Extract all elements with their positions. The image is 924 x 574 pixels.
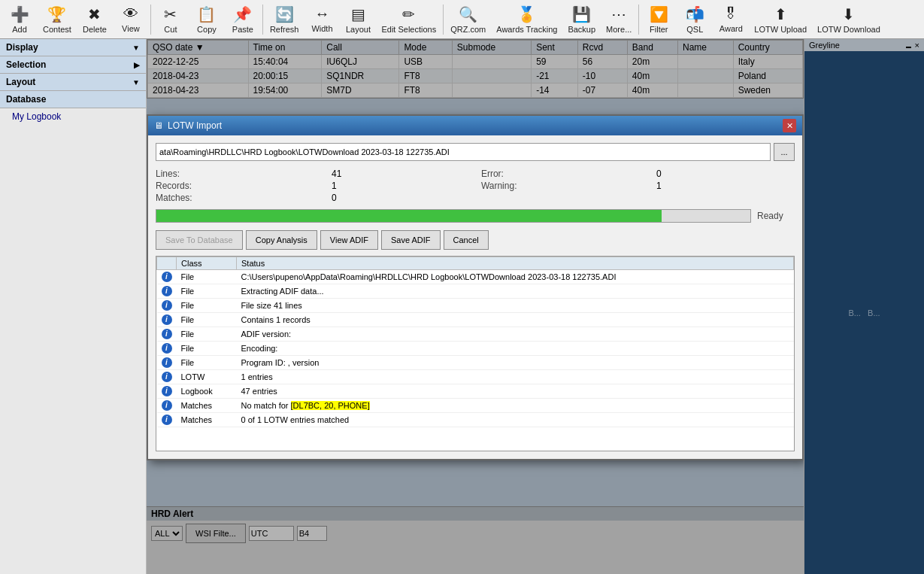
award-icon: 🎖: [723, 5, 738, 23]
more-button[interactable]: ⋯ More...: [601, 2, 637, 38]
qsl-label: QSL: [686, 25, 703, 34]
width-button[interactable]: ↔ Width: [304, 2, 340, 38]
sidebar-display-section[interactable]: Display ▼: [0, 39, 146, 56]
pin-icon[interactable]: 🗕 ×: [904, 41, 919, 50]
log-status-cell: Extracting ADIF data...: [237, 284, 794, 299]
log-table: Class Status i File C:\Users\pupeno\AppD…: [156, 257, 794, 427]
sep3: [443, 5, 444, 35]
info-icon: i: [162, 272, 172, 282]
log-status-cell: Program ID: , version: [237, 356, 794, 370]
qsl-button[interactable]: 📬 QSL: [677, 2, 713, 38]
lotw-upload-button[interactable]: ⬆ LOTW Upload: [749, 2, 812, 38]
log-icon-cell: i: [157, 313, 177, 327]
award-button[interactable]: 🎖 Award: [713, 2, 749, 38]
qrz-icon: 🔍: [459, 5, 477, 23]
action-buttons: Save To Database Copy Analysis View ADIF…: [156, 230, 795, 250]
log-status-cell: ADIF version:: [237, 327, 794, 342]
list-item: i LOTW 1 entries: [157, 370, 794, 384]
browse-button[interactable]: ...: [774, 143, 795, 161]
delete-button[interactable]: ✖ Delete: [77, 2, 113, 38]
qsl-icon: 📬: [686, 5, 704, 23]
paste-icon: 📌: [233, 5, 252, 23]
log-table-container: Class Status i File C:\Users\pupeno\AppD…: [156, 256, 795, 451]
save-to-database-button[interactable]: Save To Database: [156, 230, 243, 250]
layout-arrow-icon: ▼: [132, 78, 140, 87]
lotw-download-button[interactable]: ⬇ LOTW Download: [812, 2, 886, 38]
sep2: [262, 5, 263, 35]
warning-value: 1: [656, 181, 795, 191]
log-class-cell: File: [177, 327, 237, 342]
cancel-button[interactable]: Cancel: [444, 230, 489, 250]
copy-button[interactable]: 📋 Copy: [189, 2, 225, 38]
upload-label: LOTW Upload: [754, 25, 807, 34]
modal-body: ... Lines: 41 Error: 0 Records: 1 Warnin…: [148, 135, 802, 459]
more-label: More...: [606, 25, 632, 34]
view-icon: 👁: [123, 5, 138, 23]
backup-button[interactable]: 💾 Backup: [562, 2, 601, 38]
highlight-text: [DL7BC, 20, PHONE]: [291, 401, 370, 410]
sidebar-item-my-logbook[interactable]: My Logbook: [0, 108, 146, 125]
log-status-cell: C:\Users\pupeno\AppData\Roaming\HRDLLC\H…: [237, 270, 794, 284]
backup-icon: 💾: [572, 5, 591, 23]
modal-titlebar: 🖥 LOTW Import ✕: [148, 116, 802, 135]
copy-analysis-button[interactable]: Copy Analysis: [246, 230, 317, 250]
refresh-button[interactable]: 🔄 Refresh: [265, 2, 304, 38]
sidebar-database-section[interactable]: Database: [0, 91, 146, 108]
award-label: Award: [720, 24, 743, 33]
add-label: Add: [12, 25, 27, 34]
log-class-cell: File: [177, 356, 237, 370]
add-button[interactable]: ➕ Add: [2, 2, 38, 38]
error-label: Error:: [481, 169, 650, 179]
layout-label: Layout: [346, 25, 371, 34]
stats-grid: Lines: 41 Error: 0 Records: 1 Warning: 1…: [156, 169, 795, 203]
modal-close-button[interactable]: ✕: [783, 119, 796, 132]
log-status-cell: Encoding:: [237, 342, 794, 356]
layout-icon: ▤: [351, 5, 365, 23]
save-adif-button[interactable]: Save ADIF: [381, 230, 441, 250]
log-icon-cell: i: [157, 384, 177, 399]
modal-overlay: 🖥 LOTW Import ✕ ... Lines: 41: [147, 39, 804, 574]
file-path-row: ...: [156, 143, 795, 161]
log-class-cell: File: [177, 313, 237, 327]
paste-button[interactable]: 📌 Paste: [225, 2, 261, 38]
log-icon-cell: i: [157, 413, 177, 427]
edit-label: Edit Selections: [381, 25, 436, 34]
list-item: i Logbook 47 entries: [157, 384, 794, 399]
awards-tracking-button[interactable]: 🏅 Awards Tracking: [491, 2, 562, 38]
layout-button[interactable]: ▤ Layout: [340, 2, 376, 38]
contest-label: Contest: [43, 25, 71, 34]
right-panel-header: Greyline 🗕 ×: [804, 39, 924, 51]
content-area: QSO date ▼ Time on Call Mode Submode Sen…: [147, 39, 804, 574]
file-path-input[interactable]: [156, 143, 771, 161]
cut-button[interactable]: ✂ Cut: [153, 2, 189, 38]
display-label: Display: [6, 42, 38, 53]
width-label: Width: [311, 24, 332, 33]
filter-button[interactable]: 🔽 Filter: [641, 2, 677, 38]
awards-label: Awards Tracking: [496, 25, 557, 34]
log-class-cell: Logbook: [177, 384, 237, 399]
upload-icon: ⬆: [774, 5, 787, 23]
view-button[interactable]: 👁 View: [113, 2, 149, 38]
list-item: i File Extracting ADIF data...: [157, 284, 794, 299]
list-item: i Matches 0 of 1 LOTW entries matched: [157, 413, 794, 427]
log-icon-cell: i: [157, 370, 177, 384]
log-class-cell: File: [177, 284, 237, 299]
view-adif-button[interactable]: View ADIF: [320, 230, 378, 250]
edit-icon: ✏: [402, 5, 415, 23]
more-icon: ⋯: [611, 5, 626, 23]
contest-button[interactable]: 🏆 Contest: [38, 2, 77, 38]
info-icon: i: [162, 372, 172, 382]
log-icon-cell: i: [157, 399, 177, 413]
log-class-cell: File: [177, 342, 237, 356]
modal-title: LOTW Import: [168, 120, 222, 131]
qrz-button[interactable]: 🔍 QRZ.com: [445, 2, 491, 38]
edit-selections-button[interactable]: ✏ Edit Selections: [376, 2, 441, 38]
toolbar: ➕ Add 🏆 Contest ✖ Delete 👁 View ✂ Cut 📋 …: [0, 0, 924, 39]
view-label: View: [122, 24, 140, 33]
log-status-cell: 1 entries: [237, 370, 794, 384]
sidebar-layout-section[interactable]: Layout ▼: [0, 74, 146, 91]
map-placeholder: B... B...: [848, 308, 880, 317]
info-icon: i: [162, 329, 172, 339]
sidebar-selection-section[interactable]: Selection ▶: [0, 56, 146, 74]
matches-value: 0: [332, 193, 475, 203]
